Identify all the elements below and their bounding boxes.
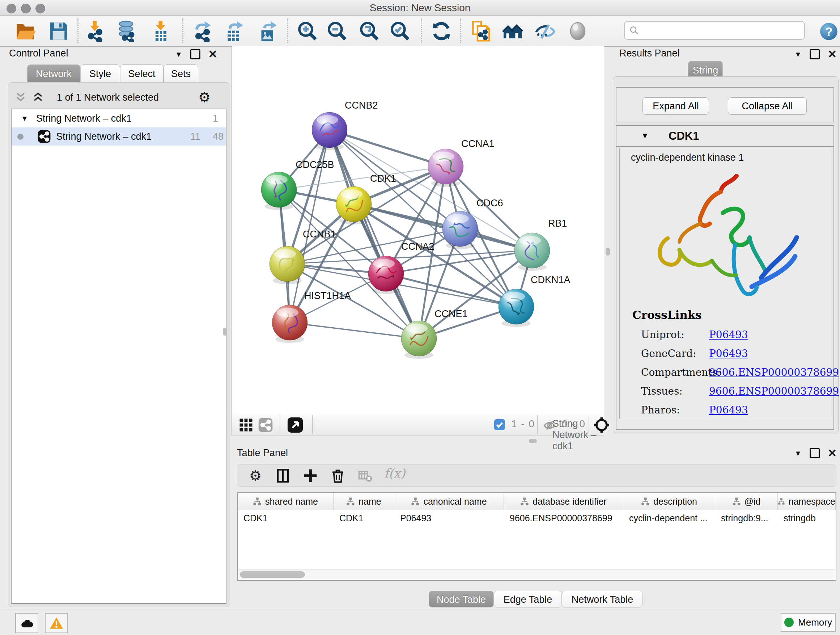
table-cell[interactable]: stringdb:9... [715,510,778,527]
panel-float-icon[interactable] [810,49,820,59]
network-options-gear-icon[interactable]: ⚙ [198,90,210,104]
export-table-button[interactable] [222,19,246,43]
column-header-namespace[interactable]: namespace [778,493,836,510]
panel-float-icon[interactable] [810,448,820,458]
crosslink-value-link[interactable]: 9606.ENSP00000378699 [709,366,839,378]
network-view[interactable]: CCNB2CCNA1CDC25BCDK1CDC6RB1CCNB1CCNA2CDK… [232,46,604,413]
tab-node-table[interactable]: Node Table [429,591,494,608]
network-node-CCNB1[interactable] [270,246,305,284]
cloud-status-button[interactable] [15,613,38,633]
import-table-file-button[interactable] [149,19,173,43]
network-edge[interactable] [330,130,446,166]
warnings-button[interactable] [45,613,68,633]
crosslink-value-link[interactable]: P06493 [709,329,748,340]
panel-float-icon[interactable] [190,49,201,59]
table-cell[interactable]: CDK1 [333,510,394,527]
expand-all-button[interactable]: Expand All [643,97,709,115]
open-session-button[interactable] [14,19,38,43]
hidden-eye-icon[interactable] [542,418,557,432]
export-image-button[interactable] [256,19,279,43]
delete-table-button[interactable] [356,467,375,485]
birds-eye-toggle-button[interactable] [566,19,590,43]
network-node-HIST1H1A[interactable] [272,305,308,343]
delete-column-button[interactable] [328,467,347,485]
network-edge[interactable] [330,130,419,339]
show-columns-button[interactable] [273,467,292,485]
node-label-CCNB2: CCNB2 [345,100,378,111]
crosslink-value-link[interactable]: P06493 [709,348,748,359]
function-builder-button[interactable]: f(x) [384,466,405,480]
network-node-CDKN1A[interactable] [499,289,534,327]
network-node-RB1[interactable] [515,233,550,271]
network-node-CCNA2[interactable] [368,256,404,294]
import-network-file-button[interactable] [83,19,107,43]
tab-edge-table[interactable]: Edge Table [494,591,562,608]
column-header--id[interactable]: @id [715,493,778,510]
panel-collapse-icon[interactable]: ▼ [794,50,802,59]
table-cell[interactable]: 9606.ENSP00000378699 [504,510,623,527]
horizontal-splitter-grip[interactable] [529,439,537,443]
clone-network-button[interactable] [469,19,493,43]
panel-close-icon[interactable]: ✕ [208,50,218,58]
network-edge[interactable] [290,323,419,339]
selected-checkbox-icon[interactable] [493,418,506,431]
column-header-description[interactable]: description [623,493,715,510]
column-header-canonical-name[interactable]: canonical name [394,493,504,510]
panel-close-icon[interactable]: ✕ [828,449,837,457]
table-cell[interactable]: P06493 [394,510,504,527]
tab-network-table[interactable]: Network Table [562,591,643,608]
tab-sets[interactable]: Sets [164,65,198,82]
memory-button[interactable]: Memory [781,613,836,632]
network-tree-row[interactable]: ▼String Network – cdk11 [11,109,226,127]
network-node-CDC6[interactable] [442,211,478,249]
crosslink-value-link[interactable]: 9606.ENSP00000378699 [709,385,839,397]
column-header-database-identifier[interactable]: database identifier [504,493,623,510]
column-header-shared-name[interactable]: shared name [238,493,333,510]
birds-eye-button[interactable] [287,417,303,433]
column-branch-icon [641,497,650,506]
network-style-button[interactable] [258,417,273,432]
tree-expander-icon[interactable]: ▼ [21,114,28,123]
tab-network[interactable]: Network [27,65,80,82]
tab-style[interactable]: Style [80,65,120,82]
chevron-down-icon[interactable]: ▼ [641,131,649,141]
help-button[interactable]: ? [819,21,839,42]
zoom-selected-button[interactable] [388,19,412,43]
panel-collapse-icon[interactable]: ▼ [794,449,802,458]
network-node-CCNE1[interactable] [401,321,437,359]
table-cell[interactable]: cyclin-dependent ... [623,510,715,527]
network-node-CDK1[interactable] [336,187,371,225]
tab-select[interactable]: Select [120,65,164,82]
table-horizontal-scrollbar[interactable] [238,570,835,579]
network-node-CDC25B[interactable] [261,172,297,210]
table-cell[interactable]: CDK1 [238,510,333,527]
home-panel-button[interactable] [501,19,524,43]
left-splitter-grip[interactable] [223,328,227,336]
zoom-fit-button[interactable] [357,19,381,43]
toolbar-search-input[interactable] [642,25,800,36]
crosslink-row: Tissues:9606.ENSP00000378699 [632,382,828,401]
add-column-button[interactable] [301,467,320,485]
right-splitter-grip[interactable] [606,248,610,256]
hide-panels-button[interactable] [533,19,557,43]
grid-view-button[interactable] [238,417,254,432]
scrollbar-thumb[interactable] [240,571,305,578]
import-network-database-button[interactable] [115,19,139,43]
node-card-header[interactable]: ▼ CDK1 [616,127,834,146]
refresh-layout-button[interactable] [429,19,453,43]
crosslink-value-link[interactable]: P06493 [709,404,748,416]
collapse-all-button[interactable]: Collapse All [728,97,807,115]
network-node-CCNA1[interactable] [428,149,463,187]
fit-selection-button[interactable] [593,416,610,434]
table-options-button[interactable]: ⚙ [246,467,265,485]
export-network-button[interactable] [191,19,215,43]
table-row[interactable]: CDK1CDK1P064939606.ENSP00000378699cyclin… [238,510,836,527]
panel-close-icon[interactable]: ✕ [828,50,837,58]
column-header-name[interactable]: name [333,493,394,510]
panel-collapse-icon[interactable]: ▼ [175,50,182,59]
table-cell[interactable]: stringdb [778,510,836,527]
network-tree-row[interactable]: String Network – cdk11148 [11,127,226,146]
zoom-in-button[interactable] [295,19,319,43]
zoom-out-button[interactable] [325,19,349,43]
save-session-button[interactable] [47,19,71,43]
